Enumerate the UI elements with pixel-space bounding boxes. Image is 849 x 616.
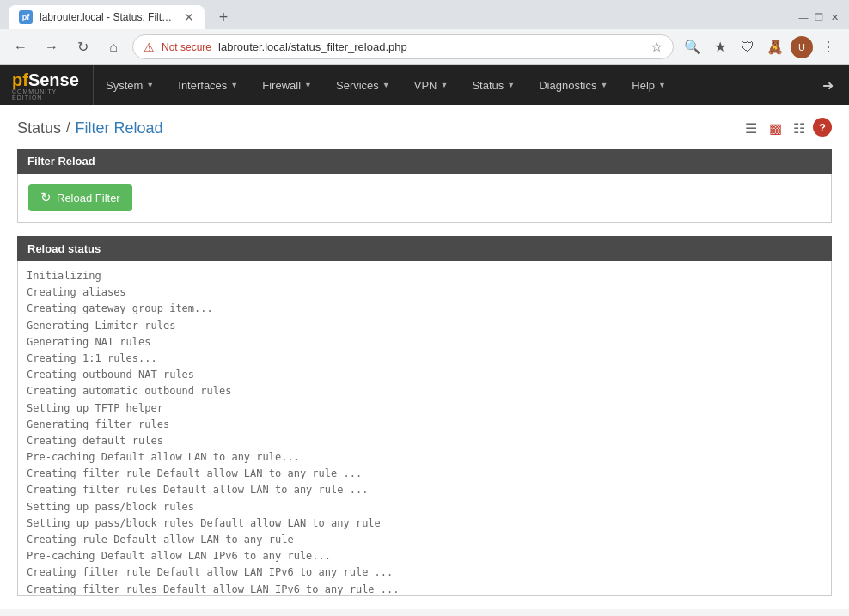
nav-item-services[interactable]: Services ▼ <box>324 70 402 101</box>
bookmark-star-icon[interactable]: ★ <box>708 35 732 59</box>
nav-item-interfaces[interactable]: Interfaces ▼ <box>166 70 250 101</box>
status-line: Initializing <box>27 268 822 284</box>
status-line: Pre-caching Default allow LAN IPv6 to an… <box>27 548 822 564</box>
menu-icon[interactable]: ⋮ <box>816 35 840 59</box>
new-tab-button[interactable]: + <box>211 5 235 29</box>
status-line: Generating Limiter rules <box>27 318 822 334</box>
search-icon[interactable]: 🔍 <box>681 35 705 59</box>
reload-button-label: Reload Filter <box>57 192 120 204</box>
status-line: Creating filter rule Default allow LAN t… <box>27 466 822 482</box>
breadcrumb: Status / Filter Reload ☰ ▩ ☷ ? <box>17 118 832 138</box>
chart-icon[interactable]: ▩ <box>765 118 785 138</box>
settings-icon[interactable]: ☰ <box>741 118 761 138</box>
tab-title: labrouter.local - Status: Filter Rel... <box>40 11 177 23</box>
status-line: Creating rule Default allow LAN to any r… <box>27 532 822 548</box>
status-line: Creating automatic outbound rules <box>27 383 822 399</box>
status-line: Creating outbound NAT rules <box>27 367 822 383</box>
close-button[interactable]: ✕ <box>828 11 840 23</box>
help-icon[interactable]: ? <box>813 118 832 137</box>
reload-icon: ↻ <box>40 190 52 205</box>
back-button[interactable]: ← <box>9 35 33 59</box>
home-button[interactable]: ⌂ <box>101 35 125 59</box>
filter-reload-section: Filter Reload ↻ Reload Filter <box>17 149 832 223</box>
breadcrumb-parent: Status <box>17 119 61 137</box>
status-line: Pre-caching Default allow LAN to any rul… <box>27 449 822 466</box>
status-line: Creating filter rules Default allow LAN … <box>27 482 822 498</box>
tab-favicon: pf <box>19 10 33 24</box>
breadcrumb-actions: ☰ ▩ ☷ ? <box>741 118 832 138</box>
reload-status-section: Reload status InitializingCreating alias… <box>17 236 832 596</box>
status-line: Creating gateway group item... <box>27 301 822 317</box>
status-line: Creating 1:1 rules... <box>27 351 822 367</box>
nav-menu: System ▼ Interfaces ▼ Firewall ▼ Service… <box>94 70 807 101</box>
security-warning-label: Not secure <box>162 41 211 53</box>
status-line: Creating filter rules Default allow LAN … <box>27 582 822 596</box>
status-line: Setting up TFTP helper <box>27 400 822 417</box>
breadcrumb-current: Filter Reload <box>75 119 162 137</box>
status-line: Creating aliases <box>27 284 822 301</box>
shield-icon[interactable]: 🛡 <box>736 35 760 59</box>
nav-item-system[interactable]: System ▼ <box>94 70 166 101</box>
main-nav: pfSense COMMUNITY EDITION System ▼ Inter… <box>0 65 849 105</box>
profile-avatar[interactable]: U <box>791 36 813 58</box>
browser-tab[interactable]: pf labrouter.local - Status: Filter Rel.… <box>9 5 205 29</box>
nav-item-vpn[interactable]: VPN ▼ <box>402 70 461 101</box>
address-text: labrouter.local/status_filter_reload.php <box>218 40 407 53</box>
status-line: Setting up pass/block rules Default allo… <box>27 515 822 532</box>
filter-reload-body: ↻ Reload Filter <box>17 174 832 223</box>
filter-reload-header: Filter Reload <box>17 149 832 174</box>
reload-status-header: Reload status <box>17 236 832 261</box>
nav-item-firewall[interactable]: Firewall ▼ <box>250 70 324 101</box>
status-line: Generating filter rules <box>27 417 822 433</box>
breadcrumb-separator: / <box>66 120 70 136</box>
security-warning-icon: ⚠ <box>144 40 155 54</box>
minimize-button[interactable]: — <box>797 11 809 23</box>
address-bar[interactable]: ⚠ Not secure labrouter.local/status_filt… <box>132 34 674 59</box>
status-line: Generating NAT rules <box>27 334 822 351</box>
nav-right: ➜ <box>807 77 849 94</box>
list-icon[interactable]: ☷ <box>789 118 809 138</box>
reload-button[interactable]: ↻ <box>70 35 95 59</box>
main-content: Status / Filter Reload ☰ ▩ ☷ ? Filter Re… <box>0 105 849 609</box>
restore-button[interactable]: ❐ <box>813 11 825 23</box>
tab-close-button[interactable]: ✕ <box>184 10 194 24</box>
bookmark-icon[interactable]: ☆ <box>650 39 663 55</box>
status-line: Creating filter rule Default allow LAN I… <box>27 564 822 581</box>
reload-filter-button[interactable]: ↻ Reload Filter <box>28 184 132 211</box>
nav-item-help[interactable]: Help ▼ <box>620 70 678 101</box>
status-line: Setting up pass/block rules <box>27 499 822 515</box>
pfsense-logo[interactable]: pfSense COMMUNITY EDITION <box>0 65 94 105</box>
reload-status-body[interactable]: InitializingCreating aliasesCreating gat… <box>17 261 832 596</box>
logout-icon[interactable]: ➜ <box>815 70 840 101</box>
nav-item-status[interactable]: Status ▼ <box>460 70 527 101</box>
extension-icon[interactable]: 🧸 <box>763 35 787 59</box>
status-line: Creating default rules <box>27 433 822 449</box>
nav-item-diagnostics[interactable]: Diagnostics ▼ <box>527 70 620 101</box>
forward-button[interactable]: → <box>40 35 64 59</box>
